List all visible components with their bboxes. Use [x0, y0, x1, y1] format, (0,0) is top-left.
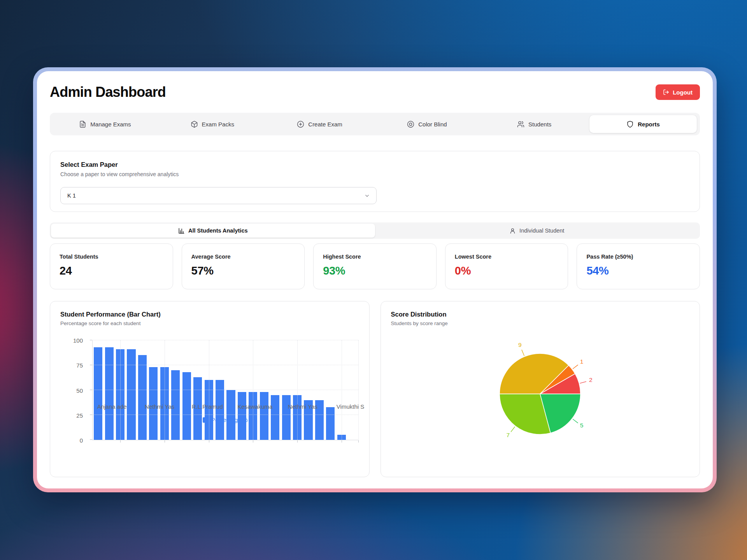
stat-label: Pass Rate (≥50%) — [586, 254, 690, 260]
nav-label: Color Blind — [418, 121, 447, 128]
x-tick — [120, 440, 121, 443]
bar — [326, 407, 335, 440]
chevron-down-icon — [364, 193, 370, 199]
eye-icon — [407, 121, 414, 128]
y-tick — [90, 415, 92, 415]
pie-chart-area: 91257 — [391, 332, 690, 454]
x-tick — [297, 440, 298, 443]
x-tick-label: Vimukthi S — [337, 403, 364, 410]
stat-card-average-score: Average Score 57% — [182, 243, 305, 289]
x-tick — [253, 440, 253, 443]
dashboard-surface: Admin Dashboard Logout Manage Exams — [37, 71, 713, 488]
plus-circle-icon — [297, 121, 304, 128]
bar-slot — [225, 340, 236, 440]
stat-card-lowest-score: Lowest Score 0% — [445, 243, 568, 289]
exam-paper-select[interactable]: K 1 — [60, 187, 377, 204]
h-gridline — [93, 415, 358, 415]
y-tick — [90, 390, 92, 390]
logout-icon — [663, 89, 669, 95]
select-exam-section: Select Exam Paper Choose a paper to view… — [50, 151, 700, 212]
pie-slice-label: 2 — [589, 376, 593, 383]
bar-slot — [181, 340, 192, 440]
charts-row: Student Performance (Bar Chart) Percenta… — [50, 301, 700, 477]
user-icon — [509, 228, 516, 234]
x-tick-label: Nethmi Yas — [145, 403, 174, 410]
bar-slot — [314, 340, 325, 440]
shield-icon — [626, 121, 634, 128]
legend-swatch — [203, 417, 208, 423]
bar-slot — [347, 340, 358, 440]
stat-value: 24 — [60, 264, 163, 277]
bar-slot — [281, 340, 291, 440]
stats-row: Total Students 24 Average Score 57% High… — [50, 243, 700, 289]
pie-chart-title: Score Distribution — [391, 311, 690, 318]
nav-item-create-exam[interactable]: Create Exam — [266, 115, 374, 133]
logout-label: Logout — [673, 89, 693, 96]
bar-chart-bars — [92, 340, 358, 440]
tab-label: Individual Student — [519, 228, 564, 234]
y-tick-label: 75 — [76, 362, 83, 369]
bar-chart-legend: Percentage % — [82, 416, 368, 423]
bar-chart-card: Student Performance (Bar Chart) Percenta… — [50, 301, 370, 477]
y-tick — [90, 439, 92, 440]
v-gridline — [342, 340, 342, 440]
pie-label-leader — [511, 427, 515, 432]
x-tick-label: Nethmi Yas — [288, 403, 317, 410]
tab-label: All Students Analytics — [188, 228, 248, 234]
nav-item-students[interactable]: Students — [480, 115, 588, 133]
bar-slot — [270, 340, 281, 440]
stat-value: 93% — [323, 264, 427, 277]
bar-slot — [237, 340, 247, 440]
pie-label-leader — [573, 365, 578, 369]
bar — [260, 392, 268, 440]
legend-label: Percentage % — [211, 416, 248, 423]
y-tick-label: 100 — [73, 337, 83, 344]
v-gridline — [209, 340, 209, 440]
pie-chart-subtitle: Students by score range — [391, 320, 690, 326]
y-tick — [90, 340, 92, 340]
bar-slot — [170, 340, 181, 440]
bar — [226, 390, 235, 440]
bar-chart-subtitle: Percentage score for each student — [60, 320, 359, 326]
h-gridline — [93, 390, 358, 390]
bar — [138, 355, 147, 440]
nav-item-color-blind[interactable]: Color Blind — [373, 115, 480, 133]
bar-chart-x-axis-labels: Anjana adeNethmi YasR.L.PramudKesawakuma… — [82, 403, 368, 412]
nav-item-reports[interactable]: Reports — [589, 115, 697, 133]
tab-individual-student[interactable]: Individual Student — [375, 224, 699, 238]
bar-slot — [192, 340, 203, 440]
x-tick-label: Kesawakuma — [237, 403, 272, 410]
bar-slot — [325, 340, 336, 440]
file-text-icon — [79, 121, 86, 128]
bar-slot — [214, 340, 225, 440]
y-tick-label: 50 — [76, 387, 83, 394]
x-tick — [165, 440, 165, 443]
pie-slice-label: 9 — [518, 341, 522, 348]
bar-chart-y-axis: 0255075100 — [60, 340, 88, 440]
h-gridline — [93, 365, 358, 365]
stat-label: Lowest Score — [455, 254, 559, 260]
pie-label-leader — [580, 382, 586, 383]
bar-slot — [103, 340, 114, 440]
stat-card-highest-score: Highest Score 93% — [313, 243, 437, 289]
select-exam-subtitle: Choose a paper to view comprehensive ana… — [60, 171, 689, 177]
bar — [238, 392, 246, 440]
pie-label-leader — [522, 350, 524, 356]
package-icon — [191, 121, 198, 128]
score-distribution-pie: 91257 — [466, 332, 614, 454]
v-gridline — [253, 340, 253, 440]
nav-item-exam-packs[interactable]: Exam Packs — [159, 115, 266, 133]
main-nav: Manage Exams Exam Packs Create Exam — [50, 113, 700, 135]
logout-button[interactable]: Logout — [656, 84, 700, 100]
bar-slot — [126, 340, 137, 440]
nav-label: Reports — [638, 121, 660, 128]
tab-all-students-analytics[interactable]: All Students Analytics — [51, 224, 375, 238]
pie-slice-label: 7 — [507, 432, 510, 438]
dashboard-window: Admin Dashboard Logout Manage Exams — [33, 67, 717, 492]
y-tick-label: 0 — [80, 437, 83, 444]
select-exam-title: Select Exam Paper — [60, 161, 689, 168]
v-gridline — [358, 340, 359, 440]
pie-slice-label: 5 — [580, 422, 584, 429]
desktop-background: Admin Dashboard Logout Manage Exams — [0, 0, 747, 560]
nav-item-manage-exams[interactable]: Manage Exams — [51, 115, 159, 133]
